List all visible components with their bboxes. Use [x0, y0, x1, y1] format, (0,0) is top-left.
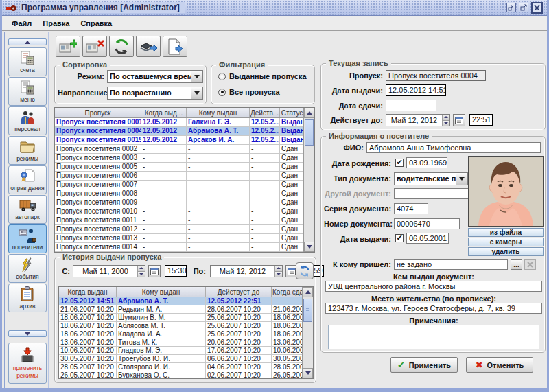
- table-row[interactable]: 10.06.2007 10:20Гладков М. Э.17.06.2007 …: [59, 347, 313, 355]
- table-row[interactable]: Пропуск посетителя 0010---Сдан: [55, 207, 314, 216]
- table-row[interactable]: 28.05.2007 10:20Столярова И. И.04.06.200…: [59, 363, 313, 371]
- issue-date-field[interactable]: 12.05.2012 14:51: [386, 84, 446, 96]
- scroll-down-button[interactable]: [303, 368, 313, 378]
- table-row[interactable]: Пропуск посетителя 000112.05.2012Галкина…: [55, 118, 314, 127]
- table-row[interactable]: 18.06.2007 10:20Шумилин В. М.25.06.2007 …: [59, 314, 313, 322]
- passes-table-scrollbar[interactable]: [303, 108, 314, 252]
- doc-type-select[interactable]: водительские пр...: [394, 172, 468, 185]
- scroll-thumb[interactable]: [305, 119, 314, 146]
- sidebar-item-menu[interactable]: меню: [8, 77, 47, 106]
- cancel-button[interactable]: ✖ Отменить: [466, 357, 533, 373]
- sidebar-item-personnel[interactable]: персонал: [8, 106, 47, 135]
- delete-pass-button[interactable]: [82, 36, 107, 57]
- iconify-button[interactable]: [506, 3, 516, 12]
- table-row[interactable]: Пропуск посетителя 001512.05.2012Арсаков…: [55, 136, 314, 145]
- apply-button[interactable]: ✔ Применить: [390, 357, 458, 373]
- sidebar-item-archive[interactable]: архив: [8, 284, 47, 312]
- column-header[interactable]: Пропуск: [55, 108, 141, 117]
- table-row[interactable]: Пропуск посетителя 000412.05.2012Абрамов…: [55, 127, 314, 136]
- history-table-scrollbar[interactable]: [302, 287, 313, 378]
- table-row[interactable]: Пропуск посетителя 0006---Сдан: [55, 172, 314, 181]
- filter-issued-radio[interactable]: Выданные пропуска: [218, 72, 307, 80]
- chevron-down-icon[interactable]: [191, 87, 202, 99]
- sidebar-scroll-down[interactable]: [8, 330, 47, 337]
- sidebar-item-accounts[interactable]: счета: [8, 47, 47, 76]
- column-header[interactable]: Когда выдан: [59, 287, 117, 297]
- table-row[interactable]: Пропуск посетителя 0003---Сдан: [55, 154, 314, 163]
- table-row[interactable]: 30.05.2007 10:20Троегубов Ю. И.06.06.200…: [59, 355, 313, 363]
- column-header[interactable]: Статус: [280, 108, 305, 117]
- doc-number-field[interactable]: 00006470: [394, 218, 460, 229]
- column-header[interactable]: Кому выдан: [117, 287, 206, 297]
- photo-from-file-button[interactable]: из файла: [468, 228, 544, 237]
- table-row[interactable]: Пропуск посетителя 0002---Сдан: [55, 145, 314, 154]
- passes-table-header[interactable]: Пропуск Когда выд... Кому выдан Действ. …: [55, 108, 314, 118]
- history-refresh-button[interactable]: [296, 262, 314, 279]
- chevron-down-icon[interactable]: [191, 71, 202, 82]
- visit-to-clear-button[interactable]: [524, 259, 536, 270]
- menu-file[interactable]: Файл: [6, 18, 37, 29]
- column-header[interactable]: Действует до: [206, 287, 272, 297]
- sort-direction-select[interactable]: По возрастанию: [107, 87, 203, 100]
- table-row[interactable]: 26.05.2007 10:20Бурханова О. С.02.06.200…: [59, 371, 313, 379]
- birth-date-field[interactable]: 03.09.1969: [406, 157, 447, 168]
- history-from-date-spinner[interactable]: Май 11, 2000: [73, 265, 145, 277]
- other-doc-field[interactable]: [394, 188, 469, 199]
- history-table-header[interactable]: Когда выдан Кому выдан Действует до Когд…: [59, 287, 313, 297]
- sidebar-scroll-up[interactable]: [8, 38, 47, 45]
- sidebar-item-events[interactable]: события: [8, 254, 47, 283]
- calendar-button[interactable]: [148, 265, 161, 277]
- title-bar[interactable]: Программа управления [Administrator]: [2, 0, 547, 16]
- menu-help[interactable]: Справка: [75, 18, 117, 29]
- doc-issuer-field[interactable]: УВД центрального района г. Москвы: [325, 281, 542, 292]
- table-row[interactable]: Пропуск посетителя 0005---Сдан: [55, 163, 314, 172]
- photo-delete-button[interactable]: удалить: [468, 247, 544, 256]
- history-from-time[interactable]: 15:30: [165, 265, 187, 277]
- add-pass-button[interactable]: [56, 36, 80, 57]
- valid-until-time[interactable]: 22:51: [469, 114, 493, 126]
- new-document-button[interactable]: [163, 36, 187, 57]
- close-button[interactable]: [531, 2, 543, 14]
- doc-series-field[interactable]: 4074: [394, 203, 428, 214]
- photo-from-camera-button[interactable]: с камеры: [468, 238, 544, 246]
- scroll-thumb[interactable]: [303, 299, 312, 322]
- filter-all-radio[interactable]: Все пропуска: [218, 88, 280, 96]
- sidebar-item-modes[interactable]: режимы: [8, 136, 47, 165]
- visit-to-browse-button[interactable]: ...: [511, 259, 522, 270]
- sort-mode-select[interactable]: По оставшемуся времени: [107, 70, 203, 83]
- table-row[interactable]: Пропуск посетителя 0008---Сдан: [55, 189, 314, 198]
- valid-until-date-spinner[interactable]: Май 12, 2012: [386, 114, 450, 126]
- doc-issue-date-field[interactable]: 06.05.2001: [406, 233, 449, 244]
- chevron-down-icon[interactable]: [456, 173, 467, 185]
- notes-textarea[interactable]: [328, 325, 539, 349]
- apply-modes-button[interactable]: применить режимы: [8, 343, 47, 384]
- table-row[interactable]: Пропуск посетителя 0011---Сдан: [55, 216, 314, 225]
- export-stack-button[interactable]: [136, 36, 161, 57]
- sidebar-item-visitors[interactable]: посетители: [8, 224, 47, 253]
- scroll-down-button[interactable]: [304, 242, 314, 252]
- table-row[interactable]: Пропуск посетителя 0013---Сдан: [55, 234, 314, 243]
- table-row[interactable]: 12.05.2012 14:51Абрамова А. Т.12.05.2012…: [59, 297, 313, 305]
- doc-issue-date-checkbox[interactable]: ✔: [395, 234, 404, 242]
- address-field[interactable]: 123473 г. Москва, ул. Героев Статосферы,…: [325, 303, 542, 314]
- spinner-arrows[interactable]: [137, 266, 145, 277]
- table-row[interactable]: 13.06.2007 10:20Титова М. К.20.06.2007 1…: [59, 338, 313, 347]
- history-to-date-spinner[interactable]: Май 12, 2012: [210, 265, 283, 277]
- column-header[interactable]: Кому выдан: [187, 108, 250, 117]
- table-row[interactable]: 21.06.2007 10:20Редькин М. А.28.06.2007 …: [59, 305, 313, 314]
- refresh-button[interactable]: [109, 36, 134, 57]
- spinner-arrows[interactable]: [274, 266, 282, 277]
- scroll-up-button[interactable]: [304, 108, 314, 118]
- fio-field[interactable]: Абрамова Анна Тимофеевна: [366, 142, 541, 153]
- sidebar-item-vehicles[interactable]: автопарк: [8, 195, 47, 224]
- calendar-button[interactable]: [453, 114, 465, 126]
- table-row[interactable]: Пропуск посетителя 0014---Сдан: [55, 243, 314, 252]
- visit-to-field[interactable]: не задано: [394, 259, 508, 270]
- sidebar-item-justifications[interactable]: оправ дания: [8, 165, 47, 194]
- menu-edit[interactable]: Правка: [37, 18, 75, 29]
- scroll-up-button[interactable]: [303, 287, 313, 297]
- table-row[interactable]: Пропуск посетителя 0012---Сдан: [55, 225, 314, 234]
- table-row[interactable]: Пропуск посетителя 0007---Сдан: [55, 181, 314, 189]
- table-row[interactable]: 18.06.2007 10:20Кладова И. А.25.06.2007 …: [59, 330, 313, 338]
- column-header[interactable]: Когда сдан: [272, 287, 303, 297]
